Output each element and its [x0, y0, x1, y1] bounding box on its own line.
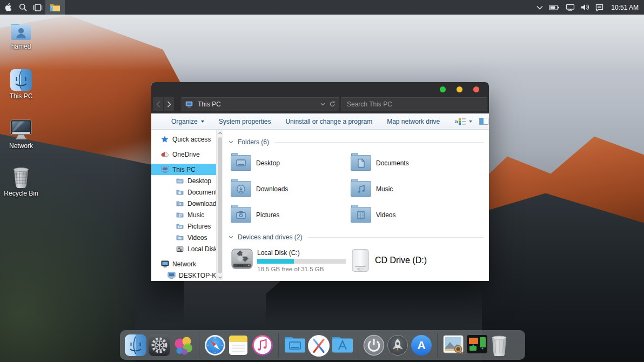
- folder-item-downloads[interactable]: Downloads: [231, 179, 351, 198]
- dock-system-preferences-icon[interactable]: [149, 334, 170, 356]
- uninstall-program-label: Uninstall or change a program: [285, 118, 372, 125]
- preview-pane-button[interactable]: [479, 118, 488, 125]
- dock-itunes-icon[interactable]: [252, 334, 273, 356]
- refresh-icon[interactable]: [330, 101, 336, 107]
- folder-label: Desktop: [256, 159, 280, 167]
- folder-item-documents[interactable]: Documents: [351, 153, 485, 172]
- desktop-icon-hamed[interactable]: hamed: [2, 18, 40, 50]
- search-icon[interactable]: [15, 0, 30, 15]
- drives-grid: Local Disk (C:) 18.5 GB free of 31.5 GB: [231, 248, 485, 272]
- views-icon: [458, 117, 466, 125]
- folder-item-videos[interactable]: Videos: [351, 205, 485, 224]
- minimize-button[interactable]: [457, 86, 462, 92]
- sidebar-item-local-disk[interactable]: Local Disk (C:): [151, 243, 216, 254]
- folder-item-desktop[interactable]: Desktop: [231, 153, 351, 172]
- sidebar-item-desktop-kpt6f[interactable]: DESKTOP-KPT6F: [151, 270, 216, 281]
- change-view-button[interactable]: [458, 117, 472, 125]
- section-title: Devices and drives (2): [238, 233, 302, 241]
- section-title: Folders (6): [238, 138, 269, 146]
- desktop-icon-network[interactable]: Network: [2, 118, 40, 150]
- desktop-icon-recycle-bin[interactable]: Recycle Bin: [2, 165, 40, 197]
- dock-app-store-icon[interactable]: A: [411, 334, 432, 356]
- scrollbar-thumb[interactable]: [218, 137, 222, 273]
- computer-icon: [167, 272, 176, 279]
- drive-item-local-disk[interactable]: Local Disk (C:) 18.5 GB free of 31.5 GB: [231, 248, 351, 272]
- organize-button[interactable]: Organize: [171, 118, 204, 125]
- videos-folder-icon: [351, 207, 371, 223]
- dock-game-center-icon[interactable]: [172, 334, 194, 356]
- sidebar-item-videos[interactable]: Videos: [151, 232, 216, 243]
- sidebar-item-music[interactable]: Music: [151, 209, 216, 220]
- clock[interactable]: 10:51 AM: [611, 4, 639, 11]
- drive-item-cd[interactable]: CD Drive (D:): [351, 248, 485, 272]
- sidebar-item-label: Music: [187, 211, 204, 219]
- battery-icon[interactable]: [549, 4, 560, 11]
- folder-item-music[interactable]: Music: [351, 179, 485, 198]
- network-display-icon[interactable]: [566, 4, 575, 11]
- apple-icon[interactable]: [0, 0, 15, 15]
- volume-icon[interactable]: [581, 4, 589, 11]
- sidebar-item-this-pc[interactable]: This PC: [151, 164, 216, 175]
- uninstall-program-button[interactable]: Uninstall or change a program: [285, 118, 372, 125]
- dock-power-icon[interactable]: [363, 334, 385, 356]
- onedrive-icon: [160, 151, 169, 157]
- search-input[interactable]: [342, 98, 487, 111]
- dock-os-x-el-capitan-icon[interactable]: [307, 334, 329, 356]
- dock-documents-folder-icon[interactable]: [284, 334, 305, 356]
- cd-drive-icon: [351, 249, 370, 272]
- dock-separator: [278, 333, 279, 358]
- map-network-drive-button[interactable]: Map network drive: [387, 118, 440, 125]
- file-explorer-icon: [49, 3, 61, 12]
- dock-photos-icon[interactable]: [442, 334, 464, 356]
- sidebar-item-onedrive[interactable]: OneDrive: [151, 149, 216, 160]
- address-dropdown-icon[interactable]: [320, 103, 325, 106]
- dock-finder-icon[interactable]: [125, 334, 146, 356]
- dock-notes-icon[interactable]: [228, 334, 250, 356]
- action-center-icon[interactable]: [595, 4, 603, 11]
- sidebar-item-label: Downloads: [187, 200, 216, 207]
- toolbar-overflow-button[interactable]: »: [454, 117, 458, 125]
- folders-section-header[interactable]: Folders (6): [229, 137, 485, 148]
- back-button[interactable]: [153, 97, 163, 111]
- scroll-down-arrow[interactable]: [217, 274, 224, 281]
- sidebar-item-downloads[interactable]: Downloads: [151, 198, 216, 209]
- drives-section-header[interactable]: Devices and drives (2): [229, 232, 485, 243]
- folder-icon: [176, 189, 184, 195]
- sidebar-item-network[interactable]: Network: [151, 258, 216, 270]
- chevron-down-icon: [229, 236, 233, 239]
- quick-access-star-icon: [160, 136, 169, 143]
- sidebar-item-desktop[interactable]: Desktop: [151, 175, 216, 186]
- dock-separator: [199, 333, 199, 358]
- dock-launchpad-icon[interactable]: [387, 334, 408, 356]
- dock-desktops-icon[interactable]: [466, 334, 488, 356]
- sidebar-item-pictures[interactable]: Pictures: [151, 220, 216, 232]
- folder-label: Videos: [376, 211, 395, 219]
- system-properties-button[interactable]: System properties: [219, 118, 271, 125]
- sidebar-item-documents[interactable]: Documents: [151, 186, 216, 198]
- computer-icon: [160, 166, 169, 173]
- desktop-icon-label: Recycle Bin: [2, 190, 40, 197]
- chevron-down-icon: [201, 120, 204, 123]
- file-explorer-taskbar-button[interactable]: [45, 0, 65, 15]
- dock-safari-icon[interactable]: [204, 334, 226, 356]
- window-titlebar[interactable]: [151, 82, 489, 96]
- chevron-down-icon: [229, 140, 233, 144]
- tray-chevron-icon[interactable]: [536, 5, 543, 10]
- forward-button[interactable]: [164, 97, 174, 111]
- dock-trash-icon[interactable]: [490, 334, 512, 356]
- sidebar-item-quick-access[interactable]: Quick access: [151, 133, 216, 145]
- scroll-up-arrow[interactable]: [217, 130, 224, 137]
- address-bar[interactable]: This PC: [182, 97, 339, 111]
- folder-item-pictures[interactable]: Pictures: [231, 205, 351, 224]
- desktop-icon-this-pc[interactable]: This PC: [2, 68, 40, 100]
- organize-label: Organize: [171, 118, 198, 125]
- this-pc-icon: [185, 101, 193, 108]
- close-button[interactable]: [473, 86, 479, 92]
- zoom-button[interactable]: [440, 86, 446, 92]
- navigation-bar: This PC: [151, 96, 489, 113]
- search-box[interactable]: [341, 97, 487, 111]
- sidebar-scrollbar[interactable]: [216, 130, 223, 281]
- dock-applications-folder-icon[interactable]: [331, 334, 353, 356]
- task-view-icon[interactable]: [30, 0, 45, 15]
- sidebar-item-label: Documents: [187, 189, 216, 196]
